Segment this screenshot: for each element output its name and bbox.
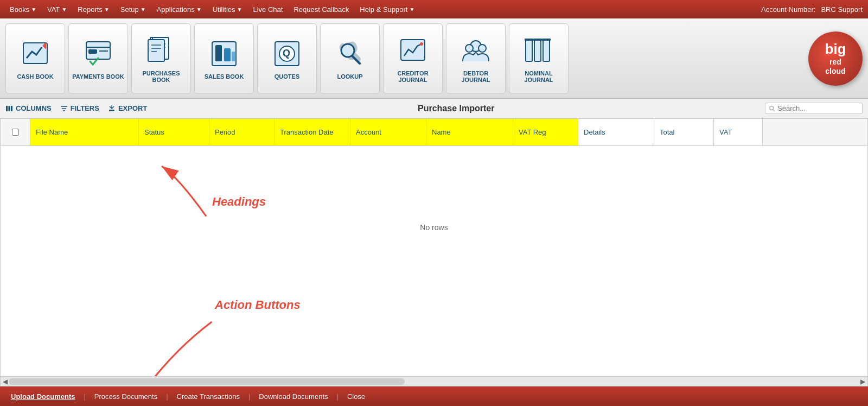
svg-rect-31: [525, 39, 533, 41]
purchases-book-button[interactable]: PURCHASES BOOK: [131, 23, 191, 94]
nav-books[interactable]: Books ▼: [5, 3, 41, 16]
cashbook-label: CASH BOOK: [17, 73, 53, 80]
no-rows-message: No rows: [1, 146, 867, 309]
nav-help-support[interactable]: Help & Support ▼: [355, 3, 419, 16]
reports-dropdown-arrow: ▼: [104, 7, 110, 12]
top-navigation: Books ▼ VAT ▼ Reports ▼ Setup ▼ Applicat…: [0, 0, 868, 18]
search-input[interactable]: [777, 104, 859, 112]
columns-icon: [5, 105, 13, 112]
setup-dropdown-arrow: ▼: [141, 7, 146, 12]
nominal-journal-label: NOMINAL JOURNAL: [512, 70, 566, 83]
lookup-icon: [334, 37, 366, 70]
horizontal-scrollbar[interactable]: ◀ ▶: [1, 376, 867, 386]
debtor-journal-button[interactable]: DEBTOR JOURNAL: [446, 23, 506, 94]
scrollbar-container: ◀ ▶: [1, 376, 867, 386]
svg-rect-5: [88, 49, 97, 54]
svg-rect-43: [109, 110, 114, 111]
applications-dropdown-arrow: ▼: [196, 7, 202, 12]
svg-text:Q: Q: [283, 48, 290, 59]
debtor-journal-label: DEBTOR JOURNAL: [449, 70, 503, 83]
col-header-details: Details: [578, 119, 654, 145]
nav-vat[interactable]: VAT ▼: [43, 3, 71, 16]
export-icon: [108, 105, 116, 112]
svg-rect-18: [224, 48, 231, 61]
payments-book-button[interactable]: PAYMENTS BOOK: [68, 23, 128, 94]
bottom-action-bar: Upload Documents | Process Documents | C…: [0, 386, 868, 406]
cashbook-button[interactable]: CASH BOOK: [5, 23, 65, 94]
svg-rect-12: [148, 40, 164, 61]
sub-toolbar-actions: COLUMNS FILTERS EXPORT: [5, 104, 147, 112]
filters-icon: [60, 105, 68, 112]
svg-rect-36: [6, 106, 8, 111]
search-icon: [769, 105, 775, 112]
scroll-right-arrow[interactable]: ▶: [858, 377, 867, 386]
columns-button[interactable]: COLUMNS: [5, 104, 52, 112]
svg-rect-32: [534, 40, 541, 61]
col-header-period: Period: [209, 119, 275, 145]
cashbook-icon: [19, 37, 52, 70]
svg-point-28: [465, 45, 473, 52]
svg-rect-17: [215, 45, 222, 61]
col-header-vat: VAT: [714, 119, 763, 145]
nav-setup[interactable]: Setup ▼: [116, 3, 150, 16]
nav-live-chat[interactable]: Live Chat: [248, 3, 287, 16]
payments-book-icon: [82, 37, 114, 70]
debtor-journal-icon: [459, 34, 492, 67]
creditor-journal-label: CREDITOR JOURNAL: [386, 70, 440, 83]
nominal-journal-button[interactable]: NOMINAL JOURNAL: [509, 23, 569, 94]
quotes-button[interactable]: Q QUOTES: [257, 23, 317, 94]
vat-dropdown-arrow: ▼: [61, 7, 67, 12]
download-documents-button[interactable]: Download Documents: [253, 390, 333, 403]
svg-rect-37: [9, 106, 10, 111]
brc-logo: big red cloud: [808, 31, 863, 86]
filters-button[interactable]: FILTERS: [60, 104, 99, 112]
utilities-dropdown-arrow: ▼: [237, 7, 242, 12]
col-header-total: Total: [654, 119, 714, 145]
table-header: File Name Status Period Transaction Date…: [1, 119, 867, 146]
page-title: Purchase Importer: [158, 104, 754, 113]
col-header-file-name: File Name: [30, 119, 139, 145]
export-button[interactable]: EXPORT: [108, 104, 147, 112]
select-all-checkbox-cell: [1, 119, 30, 145]
nav-right: Account Number: BRC Support: [761, 5, 863, 14]
scrollbar-track[interactable]: [9, 378, 405, 385]
nav-request-callback[interactable]: Request Callback: [289, 3, 353, 16]
close-button[interactable]: Close: [342, 390, 371, 403]
main-content: File Name Status Period Transaction Date…: [0, 118, 868, 386]
scroll-left-arrow[interactable]: ◀: [1, 377, 10, 386]
creditor-journal-button[interactable]: CREDITOR JOURNAL: [383, 23, 443, 94]
sales-book-button[interactable]: SALES BOOK: [194, 23, 254, 94]
purchases-book-label: PURCHASES BOOK: [134, 70, 188, 83]
sub-toolbar: COLUMNS FILTERS EXPORT Purchase Importer: [0, 99, 868, 118]
svg-rect-33: [533, 39, 542, 41]
lookup-button[interactable]: LOOKUP: [320, 23, 380, 94]
quotes-icon: Q: [271, 37, 303, 70]
nav-utilities[interactable]: Utilities ▼: [208, 3, 247, 16]
payments-book-label: PAYMENTS BOOK: [72, 73, 124, 80]
nav-applications[interactable]: Applications ▼: [152, 3, 206, 16]
purchases-book-icon: [145, 34, 177, 67]
export-label: EXPORT: [118, 104, 147, 112]
sales-book-icon: [208, 37, 240, 70]
logo-area: big red cloud: [808, 31, 863, 86]
process-documents-button[interactable]: Process Documents: [89, 390, 163, 403]
svg-point-29: [478, 45, 486, 52]
nav-reports[interactable]: Reports ▼: [73, 3, 113, 16]
col-header-account: Account: [350, 119, 426, 145]
sales-book-label: SALES BOOK: [205, 73, 244, 80]
col-header-transaction-date: Transaction Date: [275, 119, 350, 145]
svg-point-26: [420, 42, 423, 46]
svg-rect-30: [526, 40, 532, 61]
icon-toolbar: CASH BOOK PAYMENTS BOOK PURCHASES BOOK: [0, 18, 868, 99]
creditor-journal-icon: [397, 34, 429, 67]
select-all-checkbox[interactable]: [12, 129, 19, 136]
col-header-vat-reg: VAT Reg: [513, 119, 578, 145]
filters-label: FILTERS: [71, 104, 99, 112]
nav-menu-left: Books ▼ VAT ▼ Reports ▼ Setup ▼ Applicat…: [5, 3, 419, 16]
svg-rect-38: [11, 106, 12, 111]
create-transactions-button[interactable]: Create Transactions: [171, 390, 245, 403]
brc-support-button[interactable]: BRC Support: [821, 5, 863, 14]
help-dropdown-arrow: ▼: [409, 7, 414, 12]
search-box[interactable]: [765, 103, 863, 114]
upload-documents-button[interactable]: Upload Documents: [5, 390, 80, 403]
